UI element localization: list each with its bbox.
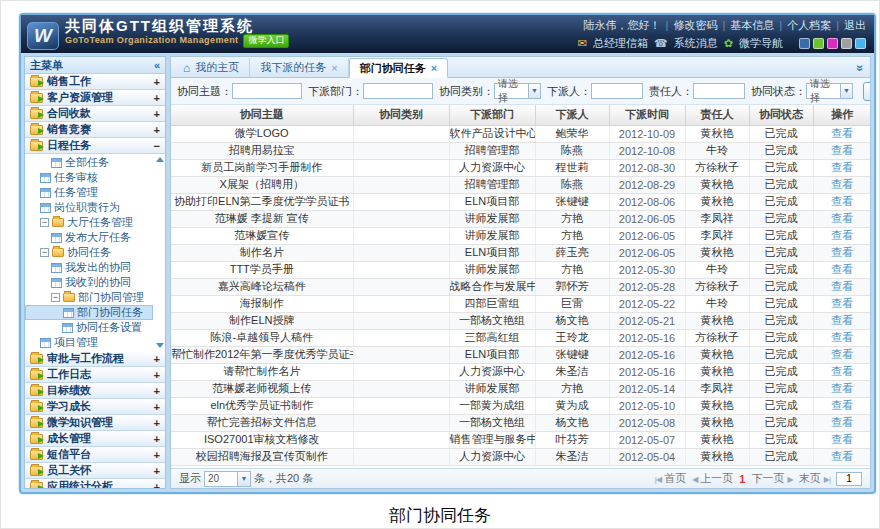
table-row: TTT学员手册讲师发展部方艳2012-05-30牛玲已完成查看: [171, 261, 870, 278]
view-link[interactable]: 查看: [831, 195, 853, 207]
sidebar-section-销售竞赛[interactable]: 销售竞赛+: [25, 122, 165, 138]
tree-item-我发出的协同[interactable]: 我发出的协同: [25, 260, 153, 275]
view-link[interactable]: 查看: [831, 399, 853, 411]
tree-item-项目管理[interactable]: 项目管理: [25, 335, 153, 350]
page-size-dropdown-icon[interactable]: ▼: [237, 472, 250, 486]
sidebar-section-短信平台[interactable]: 短信平台+: [25, 447, 165, 463]
theme-swatch-5[interactable]: [855, 38, 866, 49]
tree-toggle-icon[interactable]: −: [51, 293, 60, 302]
folder-go-icon: [30, 77, 43, 87]
view-link[interactable]: 查看: [831, 433, 853, 445]
tree-item-任务管理[interactable]: 任务管理: [25, 185, 153, 200]
cell-date: 2012-10-08: [609, 142, 685, 159]
view-link[interactable]: 查看: [831, 348, 853, 360]
tree-scroll-down-icon[interactable]: [156, 343, 164, 348]
folder-go-icon: [30, 354, 43, 364]
cell-action: 查看: [813, 278, 870, 295]
view-link[interactable]: 查看: [831, 280, 853, 292]
sidebar-section-应用统计分析[interactable]: 应用统计分析+: [25, 479, 165, 489]
view-link[interactable]: 查看: [831, 450, 853, 462]
quick-link-总经理信箱[interactable]: 总经理信箱: [593, 36, 648, 51]
filter-collapse-icon[interactable]: »: [854, 62, 868, 73]
view-link[interactable]: 查看: [831, 365, 853, 377]
sidebar-collapse-icon[interactable]: «: [154, 59, 160, 71]
tab-close-icon[interactable]: ×: [331, 62, 337, 74]
view-link[interactable]: 查看: [831, 331, 853, 343]
tree-item-岗位职责行为[interactable]: 岗位职责行为: [25, 200, 153, 215]
tree-item-协同任务[interactable]: −协同任务: [25, 245, 153, 260]
theme-swatch-1[interactable]: [799, 38, 810, 49]
tree-item-全部任务[interactable]: 全部任务: [25, 155, 153, 170]
table-icon: [51, 263, 62, 273]
sidebar-section-微学知识管理[interactable]: 微学知识管理+: [25, 415, 165, 431]
tree-item-我收到的协同[interactable]: 我收到的协同: [25, 275, 153, 290]
view-link[interactable]: 查看: [831, 229, 853, 241]
theme-swatch-4[interactable]: [841, 38, 852, 49]
quick-link-微学导航[interactable]: 微学导航: [739, 36, 783, 51]
tab-我的主页[interactable]: ⌂我的主页: [173, 58, 250, 77]
sidebar-section-日程任务[interactable]: 日程任务−: [25, 138, 165, 154]
search-button[interactable]: 查询: [863, 82, 870, 101]
header-link-个人档案[interactable]: 个人档案: [787, 19, 831, 31]
tree-scroll-up-icon[interactable]: [156, 157, 164, 162]
view-link[interactable]: 查看: [831, 382, 853, 394]
pagination-prev[interactable]: ◀ 上一页: [692, 471, 733, 486]
view-link[interactable]: 查看: [831, 161, 853, 173]
entry-badge[interactable]: 微学入口: [243, 34, 289, 47]
view-link[interactable]: 查看: [831, 416, 853, 428]
tab-我下派的任务[interactable]: 我下派的任务×: [250, 58, 348, 77]
cell-status: 已完成: [749, 210, 813, 227]
tree-item-协同任务设置[interactable]: 协同任务设置: [25, 320, 153, 335]
cell-dept: 人力资源中心: [449, 159, 535, 176]
view-link[interactable]: 查看: [831, 246, 853, 258]
sidebar-section-员工关怀[interactable]: 员工关怀+: [25, 463, 165, 479]
filter-input-下派部门：[interactable]: [363, 83, 433, 99]
filter-input-协同主题：[interactable]: [232, 83, 302, 99]
tree-toggle-icon[interactable]: −: [40, 248, 49, 257]
filter-input-责任人：[interactable]: [693, 83, 745, 99]
sidebar-section-工作日志[interactable]: 工作日志+: [25, 367, 165, 383]
cell-category: [353, 176, 449, 193]
sidebar-section-销售工作[interactable]: 销售工作+: [25, 74, 165, 90]
view-link[interactable]: 查看: [831, 212, 853, 224]
theme-swatch-2[interactable]: [813, 38, 824, 49]
sidebar-section-成长管理[interactable]: 成长管理+: [25, 431, 165, 447]
sidebar-section-目标绩效[interactable]: 目标绩效+: [25, 383, 165, 399]
pagination-next[interactable]: 下一页 ▶: [751, 471, 792, 486]
theme-swatch-3[interactable]: [827, 38, 838, 49]
page-jump-input[interactable]: [836, 472, 862, 486]
view-link[interactable]: 查看: [831, 263, 853, 275]
view-link[interactable]: 查看: [831, 314, 853, 326]
tree-item-发布大厅任务[interactable]: 发布大厅任务: [25, 230, 153, 245]
tree-item-任务审核[interactable]: 任务审核: [25, 170, 153, 185]
tree-item-部门协同任务[interactable]: 部门协同任务: [25, 305, 153, 320]
tree-item-大厅任务管理[interactable]: −大厅任务管理: [25, 215, 153, 230]
tab-close-icon[interactable]: ×: [431, 62, 437, 74]
tree-toggle-icon[interactable]: −: [40, 218, 49, 227]
tree-item-部门协同管理[interactable]: −部门协同管理: [25, 290, 153, 305]
filter-select-协同类别：[interactable]: 请选择▼: [494, 83, 541, 99]
dropdown-icon[interactable]: ▼: [840, 84, 852, 98]
sidebar-section-合同收款[interactable]: 合同收款+: [25, 106, 165, 122]
header-link-修改密码[interactable]: 修改密码: [673, 19, 717, 31]
dropdown-icon[interactable]: ▼: [528, 84, 540, 98]
pagination-last[interactable]: 末页 ▶|: [799, 471, 830, 486]
tab-label: 部门协同任务: [360, 61, 426, 76]
quick-link-系统消息[interactable]: 系统消息: [674, 36, 718, 51]
view-link[interactable]: 查看: [831, 178, 853, 190]
filter-input-下派人：[interactable]: [591, 83, 643, 99]
table-row: 招聘用易拉宝招聘管理部陈燕2012-10-08牛玲已完成查看: [171, 142, 870, 159]
view-link[interactable]: 查看: [831, 144, 853, 156]
filter-select-协同状态：[interactable]: 请选择▼: [806, 83, 853, 99]
page-size-select[interactable]: 20 ▼: [204, 471, 251, 487]
view-link[interactable]: 查看: [831, 127, 853, 139]
sidebar-section-审批与工作流程[interactable]: 审批与工作流程+: [25, 351, 165, 367]
header-link-基本信息[interactable]: 基本信息: [730, 19, 774, 31]
sidebar-section-学习成长[interactable]: 学习成长+: [25, 399, 165, 415]
header-link-退出[interactable]: 退出: [844, 19, 866, 31]
cell-dept: 人力资源中心: [449, 448, 535, 465]
sidebar-section-客户资源管理[interactable]: 客户资源管理+: [25, 90, 165, 106]
view-link[interactable]: 查看: [831, 297, 853, 309]
pagination-first[interactable]: |◀ 首页: [655, 471, 686, 486]
tab-部门协同任务[interactable]: 部门协同任务×: [349, 58, 448, 78]
